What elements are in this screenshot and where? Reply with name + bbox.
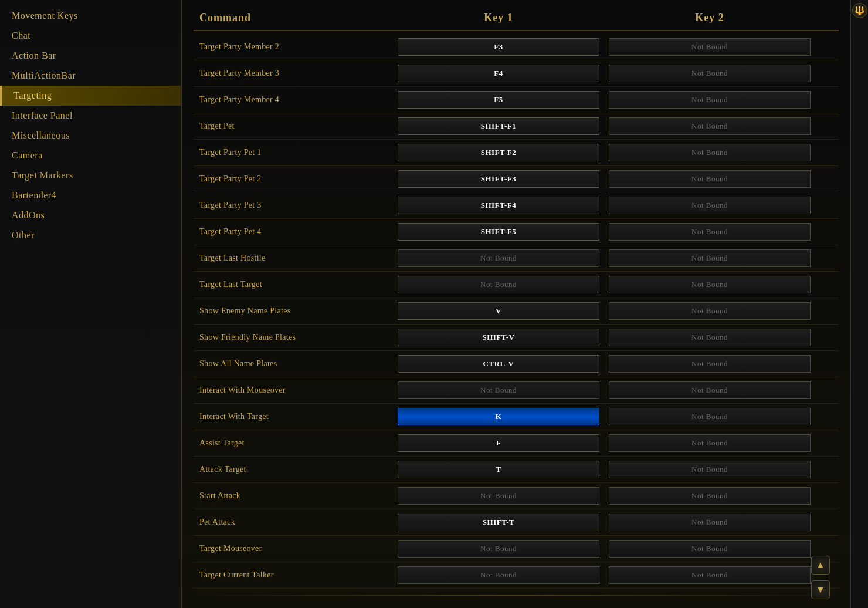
sidebar-item-multi-action-bar[interactable]: MultiActionBar (0, 66, 181, 86)
command-label: Target Current Talker (194, 570, 393, 580)
key1-button[interactable]: Not Bound (398, 276, 599, 293)
sidebar-item-other[interactable]: Other (0, 225, 181, 245)
key2-button[interactable]: Not Bound (609, 65, 811, 82)
key2-button[interactable]: Not Bound (609, 329, 811, 346)
key1-cell: K (393, 406, 604, 427)
key2-button[interactable]: Not Bound (609, 566, 811, 584)
key1-cell: F (393, 433, 604, 454)
right-panel: 🔱 (850, 0, 868, 608)
sidebar-item-miscellaneous[interactable]: Miscellaneous (0, 126, 181, 146)
key2-button[interactable]: Not Bound (609, 276, 811, 293)
key1-button[interactable]: F5 (398, 91, 599, 109)
bottom-icons: ▲ ▼ (811, 556, 830, 599)
key1-button[interactable]: SHIFT-F1 (398, 117, 599, 135)
scroll-down-btn[interactable]: ▼ (811, 580, 830, 599)
bottom-divider (194, 595, 839, 596)
key1-button[interactable]: SHIFT-V (398, 329, 599, 346)
key1-button[interactable]: T (398, 461, 599, 478)
key1-cell: Not Bound (393, 538, 604, 559)
key1-button[interactable]: CTRL-V (398, 355, 599, 373)
command-label: Target Last Target (194, 280, 393, 289)
command-label: Assist Target (194, 438, 393, 448)
header-row: Command Key 1 Key 2 (194, 6, 839, 31)
key1-header: Key 1 (393, 12, 604, 24)
command-label: Start Attack (194, 491, 393, 501)
key2-button[interactable]: Not Bound (609, 514, 811, 531)
key1-button[interactable]: SHIFT-F5 (398, 223, 599, 241)
sidebar-item-camera[interactable]: Camera (0, 146, 181, 165)
key1-button[interactable]: F3 (398, 38, 599, 56)
sidebar-item-targeting[interactable]: Targeting (0, 86, 181, 106)
binding-row: Target Party Pet 1SHIFT-F2Not Bound (194, 140, 839, 166)
key1-button[interactable]: F4 (398, 65, 599, 82)
key1-cell: Not Bound (393, 380, 604, 401)
command-label: Target Party Pet 3 (194, 201, 393, 210)
key2-button[interactable]: Not Bound (609, 223, 811, 241)
key1-cell: SHIFT-F3 (393, 168, 604, 190)
key1-button[interactable]: SHIFT-T (398, 514, 599, 531)
key2-cell: Not Bound (604, 248, 815, 269)
binding-row: Target PetSHIFT-F1Not Bound (194, 113, 839, 140)
command-label: Interact With Target (194, 412, 393, 421)
key1-button[interactable]: SHIFT-F2 (398, 144, 599, 161)
command-label: Target Last Hostile (194, 254, 393, 263)
key2-button[interactable]: Not Bound (609, 487, 811, 505)
key2-cell: Not Bound (604, 380, 815, 401)
key2-button[interactable]: Not Bound (609, 381, 811, 399)
binding-row: Target Party Pet 2SHIFT-F3Not Bound (194, 166, 839, 192)
sidebar-item-target-markers[interactable]: Target Markers (0, 165, 181, 185)
command-label: Target Party Pet 2 (194, 174, 393, 184)
binding-row: Interact With MouseoverNot BoundNot Boun… (194, 377, 839, 404)
bindings-table: Target Party Member 2F3Not BoundTarget P… (194, 34, 839, 602)
key2-button[interactable]: Not Bound (609, 302, 811, 320)
key2-button[interactable]: Not Bound (609, 540, 811, 558)
key2-cell: Not Bound (604, 89, 815, 110)
key1-cell: F4 (393, 63, 604, 84)
sidebar-item-interface-panel[interactable]: Interface Panel (0, 106, 181, 126)
key1-button[interactable]: V (398, 302, 599, 320)
key1-cell: CTRL-V (393, 353, 604, 374)
key1-cell: Not Bound (393, 274, 604, 295)
key2-button[interactable]: Not Bound (609, 434, 811, 452)
key2-button[interactable]: Not Bound (609, 117, 811, 135)
sidebar-item-movement-keys[interactable]: Movement Keys (0, 6, 181, 26)
key2-button[interactable]: Not Bound (609, 38, 811, 56)
key1-button[interactable]: Not Bound (398, 381, 599, 399)
binding-row: Show Friendly Name PlatesSHIFT-VNot Boun… (194, 325, 839, 351)
top-icon-btn[interactable]: 🔱 (852, 3, 867, 18)
command-label: Show Enemy Name Plates (194, 306, 393, 316)
sidebar-item-addons[interactable]: AddOns (0, 205, 181, 225)
key1-button[interactable]: Not Bound (398, 487, 599, 505)
binding-row: Show All Name PlatesCTRL-VNot Bound (194, 351, 839, 377)
key2-cell: Not Bound (604, 221, 815, 242)
key1-button[interactable]: F (398, 434, 599, 452)
key2-header: Key 2 (604, 12, 815, 24)
scroll-up-btn[interactable]: ▲ (811, 556, 830, 575)
key2-button[interactable]: Not Bound (609, 170, 811, 188)
key2-cell: Not Bound (604, 36, 815, 58)
key2-button[interactable]: Not Bound (609, 408, 811, 425)
command-label: Pet Attack (194, 518, 393, 527)
sidebar-item-chat[interactable]: Chat (0, 26, 181, 46)
key2-button[interactable]: Not Bound (609, 355, 811, 373)
key1-button[interactable]: Not Bound (398, 566, 599, 584)
key2-button[interactable]: Not Bound (609, 91, 811, 109)
key1-button[interactable]: SHIFT-F3 (398, 170, 599, 188)
key2-button[interactable]: Not Bound (609, 197, 811, 214)
key1-cell: F3 (393, 36, 604, 58)
key2-button[interactable]: Not Bound (609, 461, 811, 478)
command-label: Target Party Pet 4 (194, 227, 393, 237)
key1-button[interactable]: Not Bound (398, 249, 599, 267)
sidebar-item-action-bar[interactable]: Action Bar (0, 46, 181, 66)
key1-button[interactable]: K (398, 408, 599, 425)
key1-button[interactable]: SHIFT-F4 (398, 197, 599, 214)
sidebar-item-bartender4[interactable]: Bartender4 (0, 185, 181, 205)
key2-cell: Not Bound (604, 433, 815, 454)
key2-button[interactable]: Not Bound (609, 144, 811, 161)
key2-button[interactable]: Not Bound (609, 249, 811, 267)
main-content: Command Key 1 Key 2 Target Party Member … (182, 0, 850, 608)
key2-cell: Not Bound (604, 485, 815, 506)
binding-row: Target MouseoverNot BoundNot Bound (194, 536, 839, 562)
key1-button[interactable]: Not Bound (398, 540, 599, 558)
key2-cell: Not Bound (604, 565, 815, 586)
